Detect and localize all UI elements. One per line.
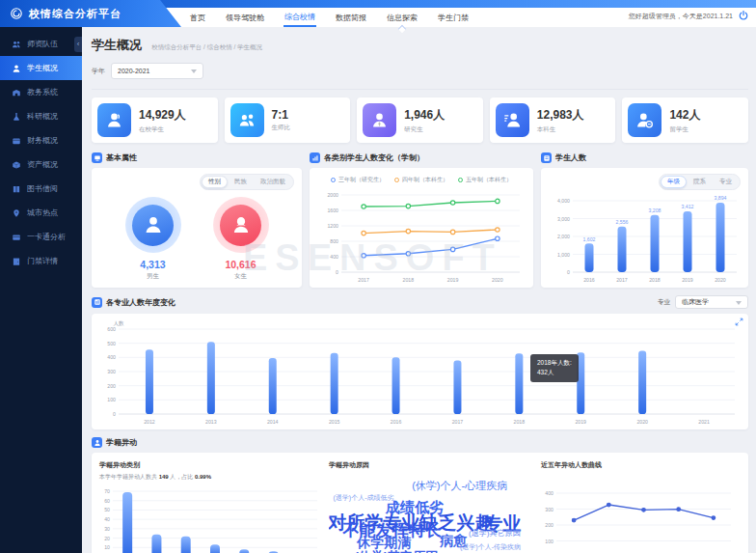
svg-text:2012: 2012 xyxy=(144,419,155,425)
svg-text:70: 70 xyxy=(104,488,110,494)
sidebar-item-财务概况[interactable]: 财务概况 xyxy=(0,128,82,152)
svg-text:2000: 2000 xyxy=(327,192,338,198)
male-icon xyxy=(132,205,174,246)
svg-text:0: 0 xyxy=(567,269,570,275)
sidebar-item-学生概况[interactable]: 学生概况 xyxy=(0,56,82,80)
svg-text:0: 0 xyxy=(336,269,338,275)
svg-text:200: 200 xyxy=(107,383,116,389)
change-category-chart[interactable]: 010203040506070转专业休学退学持续休学 xyxy=(99,485,321,553)
svg-text:2015: 2015 xyxy=(329,419,340,425)
sidebar-item-城市热点[interactable]: 城市热点 xyxy=(0,201,82,225)
change-category-section: 学籍异动类别 本学年学籍异动人数共 149 人，占比 0.99% 0102030… xyxy=(99,460,321,553)
nav-item-信息探索[interactable]: 信息探索 xyxy=(386,10,418,26)
student-count-chart[interactable]: 01,0002,0003,0004,00020161,60220172,5562… xyxy=(549,191,741,284)
svg-text:300: 300 xyxy=(545,507,554,512)
svg-text:500: 500 xyxy=(107,341,116,346)
legend-marker-icon xyxy=(458,178,463,182)
change-category-title: 学籍异动类别 xyxy=(99,460,321,470)
svg-text:100: 100 xyxy=(107,397,116,402)
sidebar-item-门禁详情[interactable]: 门禁详情 xyxy=(0,249,82,273)
svg-text:2017: 2017 xyxy=(452,419,464,425)
svg-text:0: 0 xyxy=(113,411,116,417)
nav-item-学生门禁[interactable]: 学生门禁 xyxy=(437,10,470,26)
tab-民族[interactable]: 民族 xyxy=(228,176,254,188)
svg-text:400: 400 xyxy=(545,490,554,496)
change-summary: 本学年学籍异动人数共 149 人，占比 0.99% xyxy=(99,473,321,482)
book-icon xyxy=(12,184,21,194)
nav-item-领导驾驶舱[interactable]: 领导驾驶舱 xyxy=(225,10,265,26)
page-title: 学生概况 xyxy=(92,37,142,54)
stat-card-留学生: 142人留学生 xyxy=(622,97,748,143)
major-select[interactable]: 临床医学 xyxy=(675,295,748,309)
svg-text:1,602: 1,602 xyxy=(583,236,596,242)
nav-item-综合校情[interactable]: 综合校情 xyxy=(284,9,316,27)
svg-text:2020: 2020 xyxy=(492,277,503,283)
svg-text:400: 400 xyxy=(330,254,338,260)
nav-item-数据简报[interactable]: 数据简报 xyxy=(335,10,367,26)
tab-性别[interactable]: 性别 xyxy=(202,176,228,188)
svg-text:2021: 2021 xyxy=(698,419,710,425)
overview-panels: 基本属性 性别民族政治面貌 4,313 男生 xyxy=(92,152,748,288)
sidebar-item-教务系统[interactable]: 教务系统 xyxy=(0,80,82,104)
school-system-title: 各类别学生人数变化（学制） xyxy=(324,152,424,163)
svg-text:2017: 2017 xyxy=(616,277,628,283)
status-change-icon xyxy=(92,437,102,448)
school-system-chart[interactable]: 04008001200160020002017201820192020 xyxy=(317,191,526,284)
sidebar: ‹ 师资队伍学生概况教务系统科研概况财务概况资产概况图书借阅城市热点一卡通分析门… xyxy=(0,27,82,553)
change-count: 149 xyxy=(159,474,169,480)
svg-text:1200: 1200 xyxy=(327,223,338,229)
filter-row: 学年 2020-2021 xyxy=(92,63,748,90)
stat-label: 生师比 xyxy=(272,124,291,132)
status-change-title: 学籍异动 xyxy=(106,437,137,448)
logo-block: 校情综合分析平台 xyxy=(0,0,181,27)
app-title: 校情综合分析平台 xyxy=(29,7,122,21)
sidebar-item-一卡通分析[interactable]: 一卡通分析 xyxy=(0,225,82,249)
main-nav: 首页领导驾驶舱综合校情数据简报信息探索学生门禁 xyxy=(189,8,470,27)
location-pin-icon xyxy=(12,208,21,218)
major-yearly-title: 各专业人数年度变化 xyxy=(106,297,176,308)
main-content: 学生概况 校情综合分析平台 / 综合校情 / 学生概况 学年 2020-2021… xyxy=(82,27,756,553)
tab-专业[interactable]: 专业 xyxy=(713,176,739,188)
svg-text:200: 200 xyxy=(545,522,554,528)
nav-item-首页[interactable]: 首页 xyxy=(189,10,206,26)
major-yearly-chart[interactable]: 0100200300400500600201220132014201520162… xyxy=(95,318,742,426)
school-system-panel: 各类别学生人数变化（学制） 三年制（研究生）四年制（本科生）五年制（本科生） 0… xyxy=(310,152,533,288)
student-count-title: 学生人数 xyxy=(555,152,586,163)
svg-text:400: 400 xyxy=(107,354,116,360)
door-icon xyxy=(12,257,21,266)
year-select[interactable]: 2020-2021 xyxy=(111,63,203,79)
svg-text:2016: 2016 xyxy=(583,277,595,283)
word-cloud[interactable]: (休学)个人-心理疾病(退学)个人-成绩低劣成绩低劣对所学专业缺乏兴趣不能发挥特… xyxy=(329,474,533,553)
user-greeting: 您好超级管理员，今天是2021.1.21 xyxy=(629,12,733,21)
sidebar-item-资产概况[interactable]: 资产概况 xyxy=(0,152,82,177)
svg-text:2018: 2018 xyxy=(514,419,526,425)
sidebar-item-图书借阅[interactable]: 图书借阅 xyxy=(0,177,82,201)
tab-院系[interactable]: 院系 xyxy=(687,176,713,188)
stats-row: 14,929人在校学生7:1生师比1,946人研究生12,983人本科生142人… xyxy=(92,97,748,143)
tab-政治面貌[interactable]: 政治面貌 xyxy=(254,176,292,188)
stat-card-本科生: 12,983人本科生 xyxy=(490,97,616,143)
female-stat: 10,616 女生 xyxy=(213,197,269,281)
student-icon xyxy=(97,103,131,137)
sidebar-collapse-button[interactable]: ‹ xyxy=(74,37,82,52)
svg-text:600: 600 xyxy=(107,326,116,332)
power-icon[interactable] xyxy=(738,10,749,21)
basic-attributes-panel: 基本属性 性别民族政治面貌 4,313 男生 xyxy=(92,152,302,288)
change-trend-chart[interactable]: 010020030040020162017201820192020 xyxy=(541,485,741,553)
svg-text:300: 300 xyxy=(107,369,116,374)
sidebar-item-师资队伍[interactable]: 师资队伍 xyxy=(0,32,82,56)
finance-icon xyxy=(12,136,21,146)
stat-label: 本科生 xyxy=(537,125,584,134)
sidebar-item-科研概况[interactable]: 科研概况 xyxy=(0,104,82,128)
stat-label: 在校学生 xyxy=(139,125,186,134)
education-icon xyxy=(12,88,21,97)
major-yearly-panel: 各专业人数年度变化 专业 临床医学 0100200300400500600201… xyxy=(92,295,748,429)
research-icon xyxy=(12,112,21,122)
cloud-word: (休学)其它原因 xyxy=(355,549,439,553)
svg-text:3,894: 3,894 xyxy=(715,195,727,201)
tab-年级[interactable]: 年级 xyxy=(661,176,687,188)
legend-item: 四年制（本科生） xyxy=(394,176,448,184)
cloud-word: (退学)其它原因 xyxy=(469,530,520,538)
title-row: 学生概况 校情综合分析平台 / 综合校情 / 学生概况 xyxy=(92,37,748,54)
ratio-icon xyxy=(230,103,264,137)
